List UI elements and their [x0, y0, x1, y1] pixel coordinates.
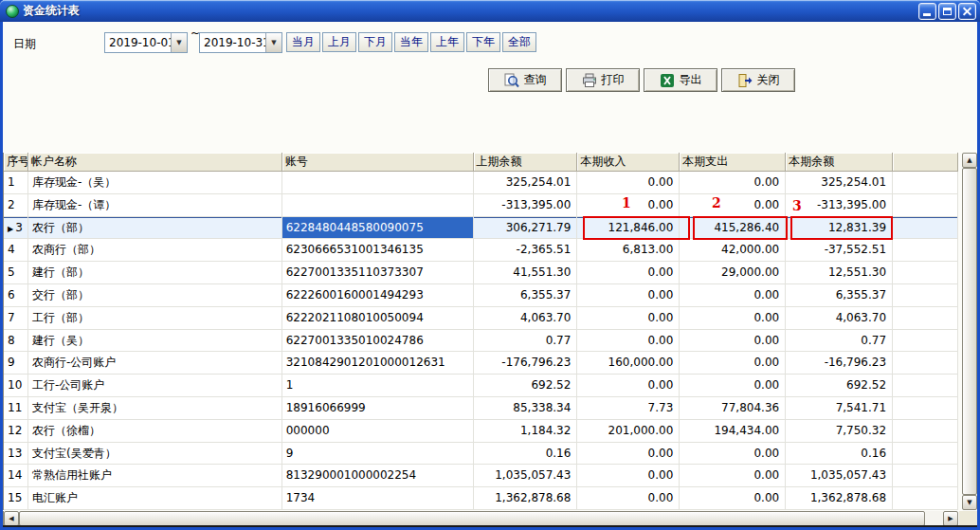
- table-row-5[interactable]: 5建行（部）622700133511037330741,551.300.0029…: [4, 262, 958, 284]
- cell-r8-c7[interactable]: 0.77: [786, 330, 893, 353]
- cell-r12-c4[interactable]: 1,184.32: [474, 420, 578, 443]
- cell-r11-c8[interactable]: [893, 397, 958, 420]
- column-header-1[interactable]: 序号: [4, 153, 28, 172]
- cell-r10-c3[interactable]: 1: [282, 375, 474, 397]
- cell-r5-c4[interactable]: 41,551.30: [474, 262, 578, 284]
- cell-r7-c5[interactable]: 0.00: [577, 307, 680, 330]
- scroll-right-button[interactable]: ▶: [943, 511, 958, 526]
- cell-r11-c1[interactable]: 11: [4, 397, 28, 420]
- cell-r4-c6[interactable]: 42,000.00: [680, 239, 786, 262]
- cell-r2-c3[interactable]: [282, 194, 474, 217]
- cell-r2-c6[interactable]: 0.00: [680, 194, 786, 217]
- cell-r15-c2[interactable]: 电汇账户: [28, 487, 282, 510]
- range-button-3[interactable]: 下月: [358, 32, 392, 52]
- cell-r9-c6[interactable]: 0.00: [680, 352, 786, 375]
- cell-r2-c1[interactable]: 2: [4, 194, 28, 217]
- range-button-1[interactable]: 当月: [286, 32, 320, 52]
- cell-r4-c4[interactable]: -2,365.51: [474, 239, 578, 262]
- cell-r13-c7[interactable]: 0.16: [786, 443, 893, 466]
- cell-r14-c7[interactable]: 1,035,057.43: [786, 465, 893, 487]
- cell-r5-c8[interactable]: [893, 262, 958, 284]
- cell-r5-c7[interactable]: 12,551.30: [786, 262, 893, 284]
- maximize-button[interactable]: [938, 3, 956, 20]
- cell-r3-c8[interactable]: [893, 217, 958, 240]
- cell-r9-c5[interactable]: 160,000.00: [577, 352, 680, 375]
- cell-r11-c6[interactable]: 77,804.36: [680, 397, 786, 420]
- cell-r10-c5[interactable]: 0.00: [577, 375, 680, 397]
- cell-r12-c1[interactable]: 12: [4, 420, 28, 443]
- cell-r14-c1[interactable]: 14: [4, 465, 28, 487]
- column-header-2[interactable]: 帐户名称: [28, 153, 282, 172]
- cell-r1-c5[interactable]: 0.00: [577, 172, 680, 194]
- column-header-5[interactable]: 本期收入: [577, 153, 680, 172]
- cell-r10-c1[interactable]: 10: [4, 375, 28, 397]
- cell-r11-c2[interactable]: 支付宝（吴开泉）: [28, 397, 282, 420]
- table-row-12[interactable]: 12农行（徐榴）0000001,184.32201,000.00194,434.…: [4, 420, 958, 443]
- table-row-14[interactable]: 14常熟信用社账户8132900010000022541,035,057.430…: [4, 465, 958, 487]
- cell-r1-c3[interactable]: [282, 172, 474, 194]
- cell-r14-c6[interactable]: 0.00: [680, 465, 786, 487]
- scroll-down-button[interactable]: ▼: [962, 495, 977, 510]
- scroll-left-button[interactable]: ◀: [4, 511, 19, 526]
- cell-r2-c2[interactable]: 库存现金-（谭）: [28, 194, 282, 217]
- cell-r13-c1[interactable]: 13: [4, 443, 28, 466]
- cell-r1-c1[interactable]: 1: [4, 172, 28, 194]
- cell-r14-c2[interactable]: 常熟信用社账户: [28, 465, 282, 487]
- cell-r6-c6[interactable]: 0.00: [680, 284, 786, 307]
- table-row-4[interactable]: 4农商行（部）6230666531001346135-2,365.516,813…: [4, 239, 958, 262]
- cell-r6-c3[interactable]: 6222600160001494293: [282, 284, 474, 307]
- cell-r12-c8[interactable]: [893, 420, 958, 443]
- range-button-6[interactable]: 下年: [466, 32, 500, 52]
- horizontal-scrollbar-track[interactable]: [925, 511, 943, 526]
- column-header-7[interactable]: 本期余额: [786, 153, 893, 172]
- cell-r15-c1[interactable]: 15: [4, 487, 28, 510]
- range-button-2[interactable]: 上月: [322, 32, 356, 52]
- cell-r11-c3[interactable]: 18916066999: [282, 397, 474, 420]
- table-row-9[interactable]: 9农商行-公司账户3210842901201000012631-176,796.…: [4, 352, 958, 375]
- vertical-scrollbar-thumb[interactable]: [962, 168, 977, 495]
- cell-r8-c2[interactable]: 建行（吴）: [28, 330, 282, 353]
- cell-r10-c7[interactable]: 692.52: [786, 375, 893, 397]
- date-from-select[interactable]: 2019-10-01 ▼: [104, 32, 188, 53]
- cell-r13-c6[interactable]: 0.00: [680, 443, 786, 466]
- cell-r8-c8[interactable]: [893, 330, 958, 353]
- cell-r1-c6[interactable]: 0.00: [680, 172, 786, 194]
- range-button-5[interactable]: 上年: [430, 32, 464, 52]
- table-row-13[interactable]: 13支付宝(吴爱青）90.160.000.000.16: [4, 443, 958, 466]
- cell-r5-c5[interactable]: 0.00: [577, 262, 680, 284]
- column-header-4[interactable]: 上期余额: [474, 153, 578, 172]
- cell-r9-c2[interactable]: 农商行-公司账户: [28, 352, 282, 375]
- cell-r2-c5[interactable]: 0.00: [577, 194, 680, 217]
- column-header-3[interactable]: 账号: [282, 153, 474, 172]
- cell-r14-c3[interactable]: 813290001000002254: [282, 465, 474, 487]
- cell-r13-c5[interactable]: 0.00: [577, 443, 680, 466]
- scroll-up-button[interactable]: ▲: [962, 153, 977, 168]
- cell-r8-c1[interactable]: 8: [4, 330, 28, 353]
- cell-r6-c7[interactable]: 6,355.37: [786, 284, 893, 307]
- cell-r13-c3[interactable]: 9: [282, 443, 474, 466]
- cell-r3-c1[interactable]: ▶3: [4, 217, 28, 240]
- vertical-scrollbar[interactable]: ▲ ▼: [962, 153, 977, 510]
- cell-r9-c7[interactable]: -16,796.23: [786, 352, 893, 375]
- cell-r11-c5[interactable]: 7.73: [577, 397, 680, 420]
- cell-r10-c6[interactable]: 0.00: [680, 375, 786, 397]
- cell-r4-c5[interactable]: 6,813.00: [577, 239, 680, 262]
- date-from-dropdown-button[interactable]: ▼: [171, 33, 187, 52]
- cell-r4-c2[interactable]: 农商行（部）: [28, 239, 282, 262]
- table-row-11[interactable]: 11支付宝（吴开泉）1891606699985,338.347.7377,804…: [4, 397, 958, 420]
- cell-r5-c1[interactable]: 5: [4, 262, 28, 284]
- date-to-select[interactable]: 2019-10-31 ▼: [199, 32, 282, 53]
- range-button-7[interactable]: 全部: [502, 32, 536, 52]
- cell-r8-c3[interactable]: 6227001335010024786: [282, 330, 474, 353]
- cell-r14-c4[interactable]: 1,035,057.43: [474, 465, 578, 487]
- cell-r10-c8[interactable]: [893, 375, 958, 397]
- table-row-3[interactable]: ▶3农行（部）6228480448580090075306,271.79121,…: [4, 217, 958, 240]
- minimize-button[interactable]: [918, 3, 936, 20]
- cell-r14-c8[interactable]: [893, 465, 958, 487]
- horizontal-scrollbar-thumb[interactable]: [19, 511, 925, 526]
- cell-r8-c5[interactable]: 0.00: [577, 330, 680, 353]
- cell-r5-c2[interactable]: 建行（部）: [28, 262, 282, 284]
- cell-r15-c3[interactable]: 1734: [282, 487, 474, 510]
- cell-r15-c4[interactable]: 1,362,878.68: [474, 487, 578, 510]
- cell-r4-c8[interactable]: [893, 239, 958, 262]
